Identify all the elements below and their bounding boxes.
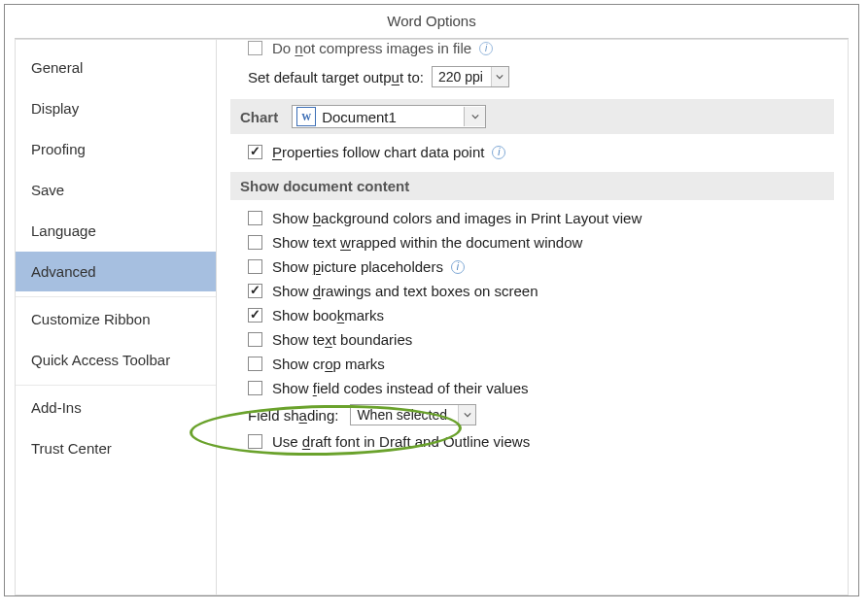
info-icon[interactable]: i xyxy=(492,146,505,159)
section-label: Show document content xyxy=(240,178,409,194)
checkbox-bookmarks[interactable]: Show bookmarks xyxy=(248,307,384,323)
sidebar-item-label: General xyxy=(31,59,83,76)
sidebar-item-label: Add-Ins xyxy=(31,399,82,416)
checkbox-input[interactable] xyxy=(248,284,262,298)
checkbox-label: Show background colors and images in Pri… xyxy=(272,210,642,226)
field-shading-label: Field shading: xyxy=(248,407,338,424)
row-text-wrapped: Show text wrapped within the document wi… xyxy=(230,232,834,253)
checkbox-label: Do not compress images in file xyxy=(272,40,471,56)
checkbox-input[interactable] xyxy=(248,381,262,395)
row-field-shading: Field shading: When selected xyxy=(230,402,834,427)
checkbox-picture-placeholders[interactable]: Show picture placeholders xyxy=(248,258,443,275)
row-properties-follow: Properties follow chart data point i xyxy=(230,142,834,162)
chart-doc-name: Document1 xyxy=(322,109,397,125)
chart-header-label: Chart xyxy=(240,109,286,125)
checkbox-input[interactable] xyxy=(248,259,262,274)
word-doc-icon: W xyxy=(296,107,316,126)
word-options-dialog: Word Options General Display Proofing Sa… xyxy=(4,4,859,596)
section-show-document-content: Show document content xyxy=(230,172,834,200)
output-value: 220 ppi xyxy=(438,69,483,85)
checkbox-input[interactable] xyxy=(248,434,262,449)
checkbox-properties-follow[interactable]: Properties follow chart data point xyxy=(248,144,484,160)
row-draft-font: Use draft font in Draft and Outline view… xyxy=(230,431,834,452)
sidebar-item-label: Proofing xyxy=(31,141,86,157)
checkbox-input[interactable] xyxy=(248,41,262,55)
checkbox-text-boundaries[interactable]: Show text boundaries xyxy=(248,331,412,348)
title-bar: Word Options xyxy=(5,5,858,38)
dialog-body: General Display Proofing Save Language A… xyxy=(15,38,849,595)
checkbox-compress-images[interactable]: Do not compress images in file xyxy=(248,40,471,56)
info-icon[interactable]: i xyxy=(451,260,465,274)
row-default-output: Set default target output to: 220 ppi xyxy=(230,64,834,89)
checkbox-label: Properties follow chart data point xyxy=(272,144,484,160)
row-picture-placeholders: Show picture placeholders i xyxy=(230,256,834,277)
sidebar-item-label: Trust Center xyxy=(31,440,112,457)
row-field-codes: Show field codes instead of their values xyxy=(230,378,834,398)
sidebar-item-label: Language xyxy=(31,222,96,239)
sidebar-item-advanced[interactable]: Advanced xyxy=(16,252,216,292)
row-show-background: Show background colors and images in Pri… xyxy=(230,208,834,228)
checkbox-input[interactable] xyxy=(248,211,262,225)
field-shading-value: When selected xyxy=(357,407,447,423)
sidebar-item-save[interactable]: Save xyxy=(16,170,216,211)
sidebar: General Display Proofing Save Language A… xyxy=(15,39,217,595)
section-chart: Chart W Document1 xyxy=(230,99,834,134)
checkbox-input[interactable] xyxy=(248,332,262,347)
chart-document-select[interactable]: W Document1 xyxy=(292,105,486,128)
info-icon[interactable]: i xyxy=(479,42,493,55)
checkbox-label: Use draft font in Draft and Outline view… xyxy=(272,433,530,450)
sidebar-item-display[interactable]: Display xyxy=(16,88,216,129)
checkbox-show-background[interactable]: Show background colors and images in Pri… xyxy=(248,210,642,226)
chevron-down-icon xyxy=(491,67,508,86)
checkbox-drawings-textboxes[interactable]: Show drawings and text boxes on screen xyxy=(248,283,538,299)
row-compress-images: Do not compress images in file i xyxy=(230,39,834,58)
checkbox-input[interactable] xyxy=(248,308,262,323)
checkbox-label: Show picture placeholders xyxy=(272,258,443,275)
checkbox-label: Show text boundaries xyxy=(272,331,412,348)
checkbox-label: Show text wrapped within the document wi… xyxy=(272,234,582,251)
checkbox-input[interactable] xyxy=(248,357,262,371)
sidebar-item-label: Customize Ribbon xyxy=(31,311,151,327)
chevron-down-icon xyxy=(458,405,475,425)
output-select[interactable]: 220 ppi xyxy=(432,66,509,87)
checkbox-label: Show crop marks xyxy=(272,356,385,372)
field-shading-select[interactable]: When selected xyxy=(350,404,476,425)
sidebar-item-addins[interactable]: Add-Ins xyxy=(16,385,216,428)
sidebar-item-language[interactable]: Language xyxy=(16,211,216,252)
sidebar-item-general[interactable]: General xyxy=(16,48,216,88)
sidebar-item-qat[interactable]: Quick Access Toolbar xyxy=(16,340,216,381)
checkbox-draft-font[interactable]: Use draft font in Draft and Outline view… xyxy=(248,433,530,450)
chevron-down-icon xyxy=(464,107,485,126)
checkbox-field-codes[interactable]: Show field codes instead of their values xyxy=(248,380,529,396)
sidebar-item-label: Save xyxy=(31,182,64,198)
sidebar-item-customize-ribbon[interactable]: Customize Ribbon xyxy=(16,296,216,340)
sidebar-item-label: Advanced xyxy=(31,263,96,280)
checkbox-label: Show bookmarks xyxy=(272,307,384,323)
sidebar-item-label: Display xyxy=(31,100,79,117)
sidebar-item-proofing[interactable]: Proofing xyxy=(16,129,216,170)
row-bookmarks: Show bookmarks xyxy=(230,305,834,325)
content-pane: Do not compress images in file i Set def… xyxy=(217,39,849,595)
output-label: Set default target output to: xyxy=(248,69,424,85)
checkbox-text-wrapped[interactable]: Show text wrapped within the document wi… xyxy=(248,234,582,251)
row-drawings-textboxes: Show drawings and text boxes on screen xyxy=(230,281,834,301)
checkbox-input[interactable] xyxy=(248,145,262,159)
row-text-boundaries: Show text boundaries xyxy=(230,329,834,350)
checkbox-crop-marks[interactable]: Show crop marks xyxy=(248,356,385,372)
sidebar-item-trust-center[interactable]: Trust Center xyxy=(16,428,216,469)
row-crop-marks: Show crop marks xyxy=(230,354,834,374)
sidebar-item-label: Quick Access Toolbar xyxy=(31,352,170,368)
checkbox-input[interactable] xyxy=(248,235,262,250)
checkbox-label: Show field codes instead of their values xyxy=(272,380,529,396)
window-title: Word Options xyxy=(387,13,475,29)
checkbox-label: Show drawings and text boxes on screen xyxy=(272,283,538,299)
